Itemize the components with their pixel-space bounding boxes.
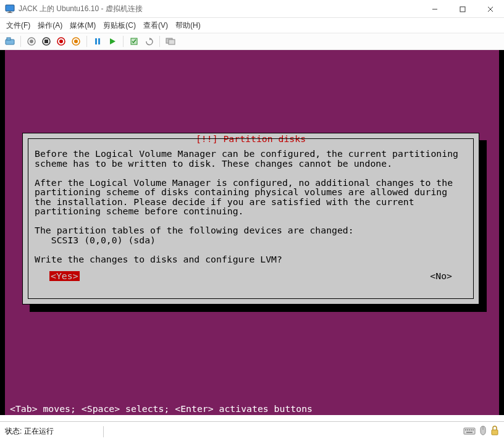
toolbar (0, 33, 504, 50)
dialog-para2: After the Logical Volume Manager is conf… (35, 177, 458, 217)
stop-icon[interactable] (40, 35, 52, 48)
svg-rect-0 (6, 5, 14, 11)
svg-rect-24 (464, 428, 475, 434)
minimize-button[interactable] (421, 0, 448, 18)
status-icons (463, 426, 499, 437)
svg-rect-29 (472, 429, 474, 430)
yes-button[interactable]: <Yes> (49, 271, 80, 281)
svg-point-10 (30, 40, 33, 43)
status-value: 正在运行 (24, 426, 54, 437)
no-button[interactable]: <No> (430, 271, 452, 281)
svg-rect-25 (465, 429, 466, 430)
svg-rect-30 (466, 432, 472, 433)
svg-rect-12 (44, 40, 48, 43)
dialog-body: Before the Logical Volume Manager can be… (28, 138, 474, 299)
menu-file[interactable]: 文件(F) (6, 20, 30, 31)
svg-rect-26 (467, 429, 468, 430)
monitor-icon (5, 4, 15, 14)
status-label: 状态: (5, 426, 22, 437)
play-icon[interactable] (106, 35, 119, 48)
window-title: JACK 上的 Ubuntu16.10 - 虚拟机连接 (19, 4, 421, 14)
dialog-choices: <Yes><No> (35, 271, 467, 281)
mouse-icon (479, 426, 487, 437)
svg-rect-8 (7, 38, 10, 40)
vm-display[interactable]: [!!] Partition disks Before the Logical … (0, 50, 504, 415)
svg-rect-4 (460, 7, 465, 12)
vm-screen: [!!] Partition disks Before the Logical … (5, 50, 499, 415)
keyboard-icon (463, 426, 476, 437)
menubar: 文件(F) 操作(A) 媒体(M) 剪贴板(C) 查看(V) 帮助(H) (0, 18, 504, 33)
menu-media[interactable]: 媒体(M) (70, 20, 96, 31)
svg-point-14 (59, 40, 63, 43)
svg-rect-28 (471, 429, 472, 430)
revert-icon[interactable] (143, 35, 155, 48)
menu-help[interactable]: 帮助(H) (175, 20, 201, 31)
shutdown-icon[interactable] (55, 35, 67, 48)
svg-rect-2 (7, 12, 12, 13)
svg-rect-32 (492, 430, 498, 435)
start-icon[interactable] (25, 35, 38, 48)
svg-rect-1 (9, 11, 11, 12)
svg-rect-27 (469, 429, 470, 430)
lock-icon (490, 426, 499, 437)
titlebar: JACK 上的 Ubuntu16.10 - 虚拟机连接 (0, 0, 504, 18)
close-button[interactable] (476, 0, 504, 18)
maximize-button[interactable] (448, 0, 476, 18)
reset-icon[interactable] (70, 35, 82, 48)
svg-rect-23 (169, 40, 175, 44)
ctrl-alt-del-icon[interactable] (4, 35, 16, 48)
dialog-question: Write the changes to disks and configure… (35, 254, 282, 264)
enhanced-icon[interactable] (164, 35, 177, 48)
partition-dialog: [!!] Partition disks Before the Logical … (22, 133, 479, 304)
window-controls (421, 0, 504, 17)
statusbar: 状态: 正在运行 (0, 421, 504, 441)
menu-action[interactable]: 操作(A) (38, 20, 62, 31)
svg-rect-18 (98, 38, 100, 44)
svg-marker-19 (110, 38, 116, 44)
svg-point-16 (74, 40, 78, 43)
help-line: <Tab> moves; <Space> selects; <Enter> ac… (10, 403, 313, 414)
menu-view[interactable]: 查看(V) (143, 20, 168, 31)
dialog-device: SCSI3 (0,0,0) (sda) (35, 235, 156, 245)
dialog-para3: The partition tables of the following de… (35, 225, 354, 235)
menu-clipboard[interactable]: 剪贴板(C) (103, 20, 136, 31)
checkpoint-icon[interactable] (128, 35, 140, 48)
status-separator (103, 426, 104, 437)
dialog-para1: Before the Logical Volume Manager can be… (35, 148, 464, 169)
pause-icon[interactable] (91, 35, 104, 48)
svg-rect-17 (95, 38, 97, 44)
